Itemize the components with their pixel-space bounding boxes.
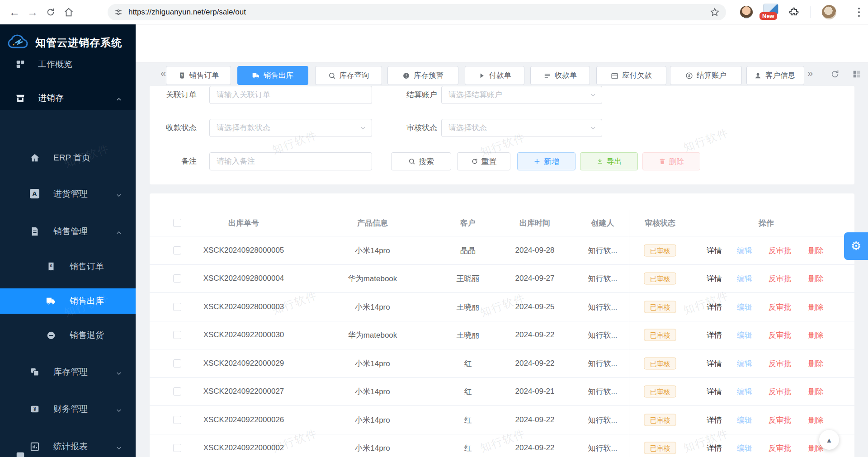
address-bar[interactable]: https://zhiguanyun.net/erp/sale/out [108,4,726,20]
fixed-column-divider [629,210,629,457]
browser-menu-icon[interactable] [853,6,865,19]
action-edit-link[interactable]: 编辑 [737,443,752,453]
tabs-scroll-left-icon[interactable]: « [160,69,165,79]
action-edit-link[interactable]: 编辑 [737,273,752,284]
row-checkbox[interactable] [173,359,181,367]
action-delete-link[interactable]: 删除 [808,245,824,255]
tab-sales-outbound[interactable]: 销售出库 [237,66,308,85]
cell-creator: 知行软... [588,386,617,397]
tab-payable-debt[interactable]: 应付欠款 [596,66,666,85]
row-checkbox[interactable] [173,303,181,311]
tabs-scroll-right-icon[interactable]: » [807,69,811,79]
action-unaudit-link[interactable]: 反审批 [769,330,792,340]
action-detail-link[interactable]: 详情 [707,245,722,255]
row-checkbox[interactable] [173,416,181,424]
action-unaudit-link[interactable]: 反审批 [769,443,792,453]
row-checkbox[interactable] [173,331,181,339]
action-unaudit-link[interactable]: 反审批 [769,273,792,284]
action-detail-link[interactable]: 详情 [707,302,722,312]
sidebar-item-sales-return[interactable]: 销售退货 [0,323,136,348]
truck-icon [252,72,260,80]
calendar-icon [611,72,618,80]
action-edit-link[interactable]: 编辑 [737,415,752,425]
site-settings-icon[interactable] [114,8,123,17]
settle-account-select[interactable] [441,86,602,104]
browser-home-button[interactable] [60,3,78,21]
url-text[interactable]: https://zhiguanyun.net/erp/sale/out [128,8,710,17]
action-delete-link[interactable]: 删除 [808,386,824,397]
back-to-top-button[interactable]: ▲ [819,430,839,450]
action-unaudit-link[interactable]: 反审批 [769,302,792,312]
extension-avatar-icon[interactable] [740,6,753,19]
sidebar-item-inventory-mgmt[interactable]: 库存管理 [0,359,136,385]
audit-status-select[interactable] [441,119,602,137]
row-checkbox[interactable] [173,387,181,396]
tab-customer-info[interactable]: 客户信息 [746,66,804,85]
sidebar-section-erp[interactable]: 进销存 [0,86,136,110]
action-delete-link[interactable]: 删除 [808,330,824,340]
remark-label: 备注 [150,152,197,170]
action-delete-link[interactable]: 删除 [808,273,824,284]
purchase-icon [30,189,40,199]
tab-sales-order[interactable]: $ 销售订单 [166,66,231,85]
reset-button[interactable]: 重置 [457,152,510,170]
settings-gear-button[interactable]: ⚙ [844,232,868,260]
action-detail-link[interactable]: 详情 [707,443,722,453]
action-delete-link[interactable]: 删除 [808,415,824,425]
action-edit-link[interactable]: 编辑 [737,302,752,312]
cell-customer: 红 [464,443,472,453]
action-unaudit-link[interactable]: 反审批 [769,358,792,368]
action-detail-link[interactable]: 详情 [707,330,722,340]
extensions-puzzle-icon[interactable] [788,7,799,18]
tab-stock-warning[interactable]: 库存预警 [387,66,458,85]
delete-button[interactable]: 删除 [642,152,700,170]
action-unaudit-link[interactable]: 反审批 [769,245,792,255]
cell-order-no: XSCK20240928000005 [203,246,284,255]
tab-payment-bill[interactable]: 付款单 [465,66,524,85]
export-button[interactable]: 导出 [580,152,638,170]
sidebar-item-sales-outbound[interactable]: 销售出库 [0,288,136,314]
action-detail-link[interactable]: 详情 [707,415,722,425]
sidebar-item-erp-home[interactable]: ERP 首页 [0,145,136,170]
browser-back-button[interactable]: ← [5,3,24,21]
select-all-checkbox[interactable] [173,219,181,227]
search-button[interactable]: 搜索 [391,152,451,170]
sidebar-item-partial-icon[interactable] [15,451,25,457]
action-edit-link[interactable]: 编辑 [737,386,752,397]
cell-out-time: 2024-09-22 [515,330,555,339]
refresh-icon[interactable] [830,69,840,79]
sidebar-item-purchase-mgmt[interactable]: 进货管理 [0,181,136,207]
action-edit-link[interactable]: 编辑 [737,330,752,340]
action-unaudit-link[interactable]: 反审批 [769,415,792,425]
tab-settlement-account[interactable]: 结算账户 [670,66,742,85]
tab-stock-query[interactable]: 库存查询 [315,66,382,85]
cell-customer: 王晓丽 [457,273,480,284]
browser-reload-button[interactable] [42,3,60,21]
bookmark-star-icon[interactable] [710,7,720,17]
sidebar-item-sales-order[interactable]: $ 销售订单 [0,254,136,279]
action-unaudit-link[interactable]: 反审批 [769,386,792,397]
tab-receipt-bill[interactable]: 收款单 [530,66,590,85]
row-checkbox[interactable] [173,274,181,283]
row-checkbox[interactable] [173,246,181,254]
action-detail-link[interactable]: 详情 [707,273,722,284]
action-edit-link[interactable]: 编辑 [737,358,752,368]
action-delete-link[interactable]: 删除 [808,358,824,368]
chevron-down-icon [116,191,122,197]
browser-toolbar: ← → https://zhiguanyun.net/erp/sale/out … [0,0,868,24]
row-checkbox[interactable] [173,444,181,452]
layout-grid-icon[interactable] [852,69,862,79]
related-order-input[interactable] [209,86,372,104]
action-delete-link[interactable]: 删除 [808,302,824,312]
remark-input[interactable] [209,152,372,170]
cell-product: 小米14pro [355,415,390,425]
add-button[interactable]: 新增 [517,152,576,170]
sidebar-item-finance-mgmt[interactable]: ¥ 财务管理 [0,396,136,422]
action-detail-link[interactable]: 详情 [707,358,722,368]
browser-profile-avatar[interactable] [822,5,836,19]
action-detail-link[interactable]: 详情 [707,386,722,397]
sidebar-item-sales-mgmt[interactable]: 销售管理 [0,219,136,244]
action-edit-link[interactable]: 编辑 [737,245,752,255]
receipt-status-select[interactable] [209,119,372,137]
browser-forward-button[interactable]: → [24,3,42,21]
